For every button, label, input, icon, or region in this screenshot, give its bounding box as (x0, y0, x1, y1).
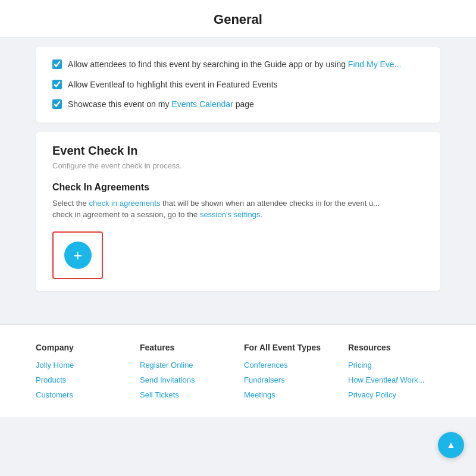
cb1-text-before: Allow attendees to find this event by se… (68, 60, 348, 69)
checkbox-3[interactable] (52, 99, 62, 109)
content-area: Allow attendees to find this event by se… (0, 47, 476, 318)
footer-link-conferences[interactable]: Conferences (244, 361, 336, 369)
event-checkin-card: Event Check In Configure the event check… (36, 132, 440, 291)
footer: Company Jolly Home Products Customers Fe… (0, 324, 476, 417)
check-in-agreements-link[interactable]: check in agreements (89, 199, 160, 208)
footer-link-products[interactable]: Products (36, 375, 128, 384)
footer-link-send-invitations[interactable]: Send Invitations (140, 375, 232, 384)
footer-link-meetings[interactable]: Meetings (244, 390, 336, 399)
footer-link-fundraisers[interactable]: Fundraisers (244, 375, 336, 384)
page-title: General (0, 0, 476, 37)
events-calendar-link[interactable]: Events Calendar (171, 99, 233, 109)
checkbox-item-3[interactable]: Showcase this event on my Events Calenda… (52, 99, 424, 111)
footer-link-sell-tickets[interactable]: Sell Tickets (140, 390, 232, 399)
footer-event-types-title: For All Event Types (244, 343, 336, 352)
find-my-eve-link[interactable]: Find My Eve... (348, 60, 401, 69)
footer-col-resources: Resources Pricing How Eventleaf Work... … (348, 343, 440, 405)
cb3-text-before: Showcase this event on my (68, 99, 171, 109)
checkbox-1[interactable] (52, 60, 62, 69)
footer-col-features: Features Register Online Send Invitation… (140, 343, 232, 405)
footer-link-jolly-home[interactable]: Jolly Home (36, 361, 128, 369)
footer-col-company: Company Jolly Home Products Customers (36, 343, 128, 405)
desc-part2: that will be shown when an attendee chec… (160, 199, 380, 208)
cb3-text-after: page (233, 99, 254, 109)
add-circle-icon: + (64, 242, 92, 269)
footer-company-title: Company (36, 343, 128, 352)
footer-link-customers[interactable]: Customers (36, 390, 128, 399)
checkbox-item-2[interactable]: Allow Eventleaf to highlight this event … (52, 79, 424, 91)
footer-resources-title: Resources (348, 343, 440, 352)
desc-part1: Select the (52, 199, 89, 208)
footer-link-privacy-policy[interactable]: Privacy Policy (348, 390, 440, 399)
footer-grid: Company Jolly Home Products Customers Fe… (36, 343, 440, 405)
checkbox-item-1[interactable]: Allow attendees to find this event by se… (52, 59, 424, 71)
footer-link-register-online[interactable]: Register Online (140, 361, 232, 369)
scroll-to-top-button[interactable] (438, 432, 464, 458)
sessions-settings-link[interactable]: session's settings (200, 210, 260, 219)
desc-part3: check in agreement to a session, go to t… (52, 210, 200, 219)
cb2-text: Allow Eventleaf to highlight this event … (68, 79, 278, 91)
checkbox-list: Allow attendees to find this event by se… (52, 59, 424, 111)
checkbox-2[interactable] (52, 80, 62, 89)
checkbox-card: Allow attendees to find this event by se… (36, 47, 440, 123)
footer-link-pricing[interactable]: Pricing (348, 361, 440, 369)
footer-features-title: Features (140, 343, 232, 352)
event-checkin-subtitle: Configure the event check in process. (52, 161, 424, 170)
footer-link-how-eventleaf-works[interactable]: How Eventleaf Work... (348, 375, 440, 384)
event-checkin-title: Event Check In (52, 144, 424, 158)
agreements-title: Check In Agreements (52, 182, 424, 193)
footer-col-event-types: For All Event Types Conferences Fundrais… (244, 343, 336, 405)
add-agreement-button[interactable]: + (52, 231, 103, 279)
desc-part4: . (260, 210, 262, 219)
agreements-description: Select the check in agreements that will… (52, 198, 424, 221)
